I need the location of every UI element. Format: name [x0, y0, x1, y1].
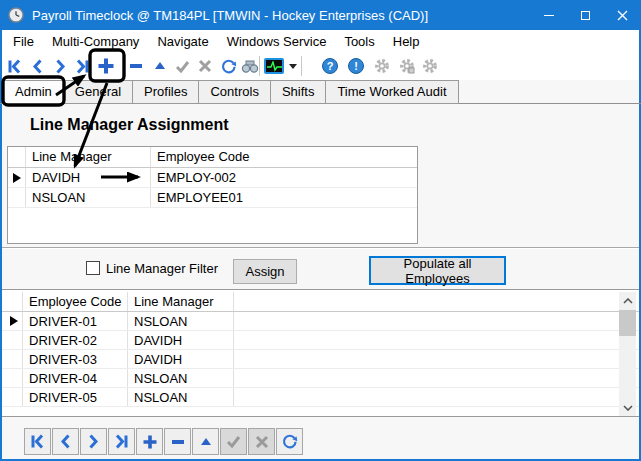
cell-line-manager[interactable]: DAVIDH [26, 168, 151, 187]
nav-last-button[interactable] [108, 428, 135, 455]
current-row-arrow-icon [13, 173, 21, 183]
cell-line-manager[interactable]: NSLOAN [128, 369, 234, 387]
title-bar[interactable]: Payroll Timeclock @ TM184PL [TMWIN - Hoc… [0, 0, 641, 30]
cell-employee-code[interactable]: DRIVER-02 [23, 331, 128, 349]
prior-record-icon [57, 433, 74, 450]
cell-line-manager[interactable]: NSLOAN [128, 312, 234, 330]
employee-grid-panel: Employee Code Line Manager DRIVER-01 NSL… [2, 289, 639, 417]
monitor-icon [264, 58, 284, 74]
tab-controls[interactable]: Controls [198, 80, 270, 104]
cancel-x-icon [197, 58, 213, 74]
tab-admin[interactable]: Admin [3, 80, 64, 104]
cell-employee-code[interactable]: EMPLOYEE01 [151, 188, 417, 207]
scrollbar-thumb[interactable] [619, 310, 636, 336]
nav-next-button[interactable] [80, 428, 107, 455]
gear-run-icon [421, 57, 439, 75]
cell-employee-code[interactable]: DRIVER-05 [23, 388, 128, 406]
menu-tools[interactable]: Tools [335, 32, 383, 51]
scroll-down-button[interactable] [619, 399, 636, 416]
last-record-button[interactable] [72, 56, 92, 76]
delete-icon [128, 58, 144, 74]
cell-line-manager[interactable]: DAVIDH [128, 350, 234, 368]
about-button[interactable]: ! [346, 56, 366, 76]
scroll-up-icon [623, 298, 633, 304]
cell-employee-code[interactable]: DRIVER-04 [23, 369, 128, 387]
cancel-x-icon [254, 434, 270, 450]
edit-record-button[interactable] [150, 56, 170, 76]
first-record-icon [29, 433, 46, 450]
tab-profiles[interactable]: Profiles [132, 80, 199, 104]
cell-employee-code[interactable]: EMPLOY-002 [151, 168, 417, 187]
tab-shifts[interactable]: Shifts [270, 80, 327, 104]
nav-refresh-button[interactable] [276, 428, 303, 455]
table-row[interactable]: DRIVER-03 DAVIDH [2, 350, 639, 369]
nav-add-button[interactable] [136, 428, 163, 455]
delete-record-button[interactable] [126, 56, 146, 76]
nav-first-button[interactable] [24, 428, 51, 455]
menu-navigate[interactable]: Navigate [148, 32, 217, 51]
row-selector [5, 350, 23, 368]
row-selector [5, 331, 23, 349]
table-row[interactable]: DRIVER-02 DAVIDH [2, 331, 639, 350]
column-header-employee-code[interactable]: Employee Code [23, 292, 128, 311]
toolbar-separator [301, 56, 302, 76]
section-separator [0, 247, 641, 249]
prior-record-button[interactable] [27, 56, 47, 76]
chevron-down-icon [289, 64, 297, 69]
menu-windows-service[interactable]: Windows Service [218, 32, 336, 51]
help-button[interactable]: ? [320, 56, 340, 76]
assign-button[interactable]: Assign [233, 259, 297, 284]
next-record-button[interactable] [50, 56, 70, 76]
minimize-button[interactable] [530, 0, 567, 30]
cell-line-manager[interactable]: NSLOAN [128, 388, 234, 406]
cell-employee-code[interactable]: DRIVER-03 [23, 350, 128, 368]
settings-button[interactable] [372, 56, 392, 76]
menu-help[interactable]: Help [384, 32, 429, 51]
window-border-left [0, 30, 2, 461]
table-row[interactable]: DRIVER-01 NSLOAN [2, 312, 639, 331]
line-manager-filter-checkbox[interactable] [86, 261, 100, 275]
add-record-button[interactable] [95, 56, 117, 76]
settings-copy-button[interactable] [397, 56, 417, 76]
cell-line-manager[interactable]: DAVIDH [128, 331, 234, 349]
find-button[interactable] [240, 56, 260, 76]
table-row[interactable]: DRIVER-05 NSLOAN [2, 388, 639, 407]
tab-time-worked-audit[interactable]: Time Worked Audit [325, 80, 458, 104]
vertical-scrollbar[interactable] [619, 292, 636, 416]
line-manager-assignment-grid: Line Manager Employee Code DAVIDH EMPLOY… [7, 146, 418, 244]
post-check-icon [225, 433, 242, 450]
last-record-icon [113, 433, 130, 450]
column-header-employee-code[interactable]: Employee Code [151, 147, 417, 167]
close-button[interactable] [604, 0, 641, 30]
table-row[interactable]: DRIVER-04 NSLOAN [2, 369, 639, 388]
row-selector [8, 168, 26, 187]
tab-general[interactable]: General [63, 80, 133, 104]
settings-run-button[interactable] [420, 56, 440, 76]
populate-all-employees-button[interactable]: Populate all Employees [369, 256, 506, 285]
nav-prior-button[interactable] [52, 428, 79, 455]
edit-icon [152, 58, 168, 74]
add-icon [141, 433, 159, 451]
table-row[interactable]: NSLOAN EMPLOYEE01 [8, 188, 417, 208]
monitor-dropdown-button[interactable] [287, 56, 299, 76]
nav-cancel-button[interactable] [248, 428, 275, 455]
cancel-button[interactable] [195, 56, 215, 76]
column-header-line-manager[interactable]: Line Manager [128, 292, 234, 311]
cell-line-manager[interactable]: NSLOAN [26, 188, 151, 207]
maximize-button[interactable] [567, 0, 604, 30]
scroll-up-button[interactable] [619, 292, 636, 309]
nav-delete-button[interactable] [164, 428, 191, 455]
refresh-button[interactable] [218, 56, 238, 76]
menu-multi-company[interactable]: Multi-Company [43, 32, 148, 51]
grid-selector-header [5, 292, 23, 311]
delete-icon [170, 434, 186, 450]
post-button[interactable] [172, 56, 192, 76]
table-row[interactable]: DAVIDH EMPLOY-002 [8, 168, 417, 188]
first-record-button[interactable] [4, 56, 24, 76]
menu-file[interactable]: File [4, 32, 43, 51]
timeclock-monitor-button[interactable] [263, 56, 285, 76]
nav-edit-button[interactable] [192, 428, 219, 455]
nav-post-button[interactable] [220, 428, 247, 455]
cell-employee-code[interactable]: DRIVER-01 [23, 312, 128, 330]
column-header-line-manager[interactable]: Line Manager [26, 147, 151, 167]
